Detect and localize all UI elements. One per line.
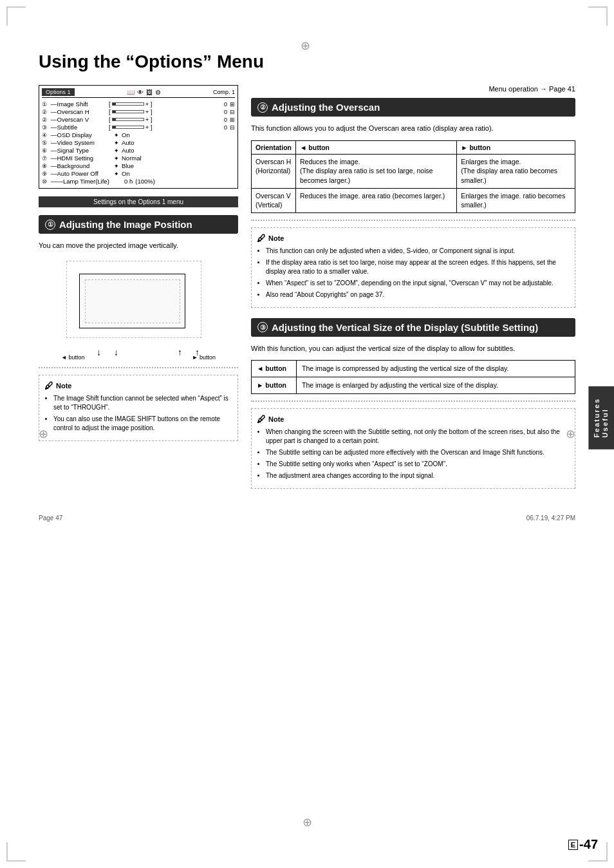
menu-row-lamp: ⑩ ——Lamp Timer(Life) 0 h (100%) <box>42 178 235 185</box>
subtitle-btn-left: ◄ button <box>252 361 297 377</box>
page-footer: Page 47 06.7.19, 4:27 PM <box>13 514 601 522</box>
menu-row-signal: ⑥ —Signal Type ✦ Auto <box>42 147 235 154</box>
cell-right-h: Enlarges the image.(The display area rat… <box>457 154 575 188</box>
section1-note-title: 🖊 Note <box>44 381 232 391</box>
options-menu-header: Options 1 📖 👁 🖼 ⚙ Comp. 1 <box>42 88 235 98</box>
sep1 <box>39 367 238 368</box>
section3-num: ③ <box>257 322 268 332</box>
icon-image: 🖼 <box>146 89 153 96</box>
subtitle-desc-left: The image is compressed by adjusting the… <box>297 361 575 377</box>
options-tab: Options 1 <box>42 88 75 96</box>
page-title: Using the “Options” Menu <box>39 52 601 72</box>
corner-mark-tr <box>588 6 608 26</box>
note-icon-3: 🖊 <box>257 414 266 424</box>
section3-note-item-2: The Subtitle setting can be adjusted mor… <box>266 448 570 457</box>
corner-mark-bl <box>6 842 26 862</box>
section1-note: 🖊 Note The Image Shift function cannot b… <box>39 375 238 441</box>
section3-title: Adjusting the Vertical Size of the Displ… <box>272 322 538 333</box>
settings-label: Settings on the Options 1 menu <box>39 196 238 207</box>
section2-note-item-4: Also read “About Copyrights” on page 37. <box>266 290 570 299</box>
sep2 <box>251 220 575 221</box>
th-left-btn: ◄ button <box>296 140 457 154</box>
corner-mark-tl <box>6 6 26 26</box>
section1-note-item-1: The Image Shift function cannot be selec… <box>53 394 232 412</box>
menu-operation: Menu operation → Page 41 <box>251 85 575 93</box>
menu-row-subtitle: ③ —Subtitle [ + ] 0 ⊟ <box>42 124 235 131</box>
subtitle-btn-right: ► button <box>252 377 297 394</box>
section2-note-item-1: This function can only be adjusted when … <box>266 247 570 256</box>
center-mark-left <box>39 427 48 441</box>
btn-label-right: ► button <box>192 354 216 361</box>
section2-note-list: This function can only be adjusted when … <box>257 247 570 299</box>
options-icons: 📖 👁 🖼 ⚙ <box>127 89 161 96</box>
inner-rect <box>79 274 185 328</box>
section2-table: Orientation ◄ button ► button Overscan H… <box>251 140 575 213</box>
e-mark: E <box>568 840 578 850</box>
table-row-overscan-v: Overscan V(Vertical) Reduces the image. … <box>252 188 575 212</box>
table-row-overscan-h: Overscan H(Horizontal) Reduces the image… <box>252 154 575 188</box>
subtitle-desc-right: The image is enlarged by adjusting the v… <box>297 377 575 394</box>
section2-note-item-2: If the display area ratio is set too lar… <box>266 258 570 276</box>
btn-label-left: ◄ button <box>61 354 84 361</box>
section2-note: 🖊 Note This function can only be adjuste… <box>251 227 575 308</box>
icon-eye: 👁 <box>137 89 144 96</box>
menu-row-autopwr: ⑨ —Auto Power Off ✦ On <box>42 170 235 177</box>
menu-row-overscan-h: ② —Overscan H [ + ] 0 ⊟ <box>42 108 235 115</box>
page-number: -47 <box>579 837 598 852</box>
section1-description: You can move the projected image vertica… <box>39 240 238 251</box>
cell-right-v: Enlarges the image. ratio becomes smalle… <box>457 188 575 212</box>
section3-note-item-4: The adjustment area changes according to… <box>266 471 570 480</box>
section3-table: ◄ button The image is compressed by adju… <box>251 360 575 393</box>
subtitle-row-right: ► button The image is enlarged by adjust… <box>252 377 575 394</box>
section1-note-item-2: You can also use the IMAGE SHIFT buttons… <box>53 415 232 433</box>
comp-label: Comp. 1 <box>213 89 235 95</box>
inner-dashed <box>85 279 180 323</box>
menu-row-osd: ④ —OSD Display ✦ On <box>42 131 235 138</box>
section2-header: ② Adjusting the Overscan <box>251 98 575 117</box>
footer-right: 06.7.19, 4:27 PM <box>526 514 575 522</box>
menu-row-hdmi: ⑦ —HDMI Setting ✦ Normal <box>42 155 235 162</box>
sep3 <box>251 401 575 402</box>
icon-settings: ⚙ <box>155 89 161 96</box>
th-orientation: Orientation <box>252 140 296 154</box>
useful-features-tab: UsefulFeatures <box>588 386 614 449</box>
section3-note-title: 🖊 Note <box>257 414 570 424</box>
section3-header: ③ Adjusting the Vertical Size of the Dis… <box>251 318 575 337</box>
section1-title: Adjusting the Image Position <box>59 219 192 230</box>
note-icon-1: 🖊 <box>44 381 53 391</box>
cell-left-v: Reduces the image. area ratio (becomes l… <box>296 188 457 212</box>
section1-header: ① Adjusting the Image Position <box>39 215 238 234</box>
menu-row-overscan-v: ② —Overscan V [ + ] 0 ⊞ <box>42 116 235 123</box>
page-number-badge: E -47 <box>568 837 598 852</box>
note-icon-2: 🖊 <box>257 233 266 243</box>
th-right-btn: ► button <box>457 140 575 154</box>
menu-row-background: ⑧ —Background ✦ Blue <box>42 162 235 169</box>
cell-orientation-h: Overscan H(Horizontal) <box>252 154 296 188</box>
section3-description: With this function, you can adjust the v… <box>251 343 575 354</box>
section1-note-list: The Image Shift function cannot be selec… <box>44 394 232 433</box>
down-arrows: ↓ ↓ <box>97 347 118 357</box>
subtitle-row-left: ◄ button The image is compressed by adju… <box>252 361 575 377</box>
section2-note-item-3: When “Aspect” is set to “ZOOM”, dependin… <box>266 279 570 288</box>
menu-row-video: ⑤ —Video System ✦ Auto <box>42 139 235 146</box>
options-menu-box: Options 1 📖 👁 🖼 ⚙ Comp. 1 ① —Image Shift <box>39 85 238 189</box>
section1-num: ① <box>45 220 55 230</box>
section2-note-title: 🖊 Note <box>257 233 570 243</box>
section3-note-item-1: When changing the screen with the Subtit… <box>266 428 570 446</box>
section3-note: 🖊 Note When changing the screen with the… <box>251 408 575 489</box>
section2-description: This function allows you to adjust the O… <box>251 123 575 134</box>
center-mark-right <box>566 427 575 441</box>
section3-note-list: When changing the screen with the Subtit… <box>257 428 570 480</box>
icon-book: 📖 <box>127 89 135 96</box>
center-mark-bottom <box>302 815 312 829</box>
footer-left: Page 47 <box>39 514 62 522</box>
section2-num: ② <box>257 102 268 113</box>
menu-row-image-shift: ① —Image Shift [ + ] 0 ⊞ <box>42 100 235 108</box>
section3-note-item-3: The Subtitle setting only works when “As… <box>266 460 570 469</box>
image-position-diagram: ↓ ↓ ↑ ↑ ◄ button ► button <box>61 258 216 361</box>
section2-title: Adjusting the Overscan <box>272 102 380 113</box>
cell-left-h: Reduces the image.(The display area rati… <box>296 154 457 188</box>
cell-orientation-v: Overscan V(Vertical) <box>252 188 296 212</box>
center-mark-top <box>301 39 313 52</box>
